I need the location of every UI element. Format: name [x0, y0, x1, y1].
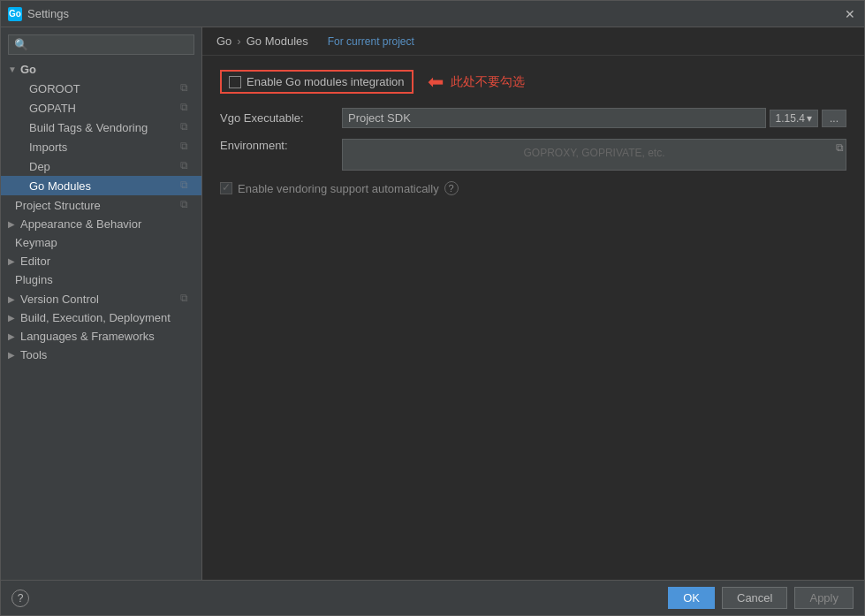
- chevron-right-icon: ▶: [8, 294, 20, 304]
- sidebar-item-editor[interactable]: ▶ Editor: [1, 252, 201, 270]
- enable-checkbox-box: Enable Go modules integration: [220, 70, 414, 94]
- sidebar-item-go-modules[interactable]: Go Modules ⧉: [1, 176, 201, 195]
- title-bar-left: Go Settings: [8, 7, 69, 21]
- bottom-bar: ? OK Cancel Apply: [1, 580, 864, 615]
- env-placeholder: GOPROXY, GOPRIVATE, etc.: [343, 140, 846, 166]
- sidebar-item-build-exec-deploy[interactable]: ▶ Build, Execution, Deployment: [1, 308, 201, 327]
- sidebar-item-project-structure[interactable]: Project Structure ⧉: [1, 195, 201, 215]
- copy-icon: ⧉: [180, 81, 194, 95]
- copy-icon: ⧉: [180, 198, 194, 212]
- apply-button[interactable]: Apply: [794, 587, 854, 609]
- annotation-wrap: ⬅ 此处不要勾选: [428, 71, 525, 94]
- main-panel: Go › Go Modules For current project Enab…: [202, 27, 864, 580]
- chevron-right-icon: ▶: [8, 350, 20, 360]
- enable-checkbox[interactable]: [229, 76, 241, 88]
- breadcrumb-parent: Go: [216, 34, 231, 48]
- vendoring-checkbox: [220, 182, 232, 194]
- sidebar: ▼ Go GOROOT ⧉ GOPATH ⧉ Build Tags & Vend…: [1, 27, 202, 580]
- sidebar-item-imports[interactable]: Imports ⧉: [1, 137, 201, 156]
- sidebar-item-keymap[interactable]: Keymap: [1, 233, 201, 252]
- sidebar-item-appearance-behavior[interactable]: ▶ Appearance & Behavior: [1, 215, 201, 233]
- env-input-wrap: GOPROXY, GOPRIVATE, etc. ⧉: [342, 139, 846, 171]
- help-icon[interactable]: ?: [444, 181, 459, 195]
- vgo-input[interactable]: Project SDK: [342, 108, 766, 128]
- app-icon: Go: [8, 7, 22, 21]
- sidebar-item-gopath[interactable]: GOPATH ⧉: [1, 98, 201, 118]
- copy-icon: ⧉: [180, 140, 194, 154]
- env-row: Environment: GOPROXY, GOPRIVATE, etc. ⧉: [220, 139, 846, 171]
- cancel-button[interactable]: Cancel: [722, 587, 787, 609]
- settings-dialog: Go Settings ✕ ▼ Go GOROOT ⧉ GOPATH ⧉: [0, 0, 865, 616]
- sidebar-item-build-tags[interactable]: Build Tags & Vendoring ⧉: [1, 118, 201, 137]
- bottom-left: ?: [11, 589, 29, 607]
- version-label: 1.15.4: [776, 112, 805, 125]
- breadcrumb-link[interactable]: For current project: [328, 35, 414, 48]
- browse-btn[interactable]: ...: [822, 110, 846, 127]
- vendoring-row: Enable vendoring support automatically ?: [220, 181, 846, 195]
- breadcrumb-current: Go Modules: [247, 34, 308, 48]
- sidebar-item-languages-frameworks[interactable]: ▶ Languages & Frameworks: [1, 327, 201, 346]
- sidebar-item-version-control[interactable]: ▶ Version Control ⧉: [1, 289, 201, 308]
- vgo-row: Vgo Executable: Project SDK 1.15.4 ▾ ...: [220, 108, 846, 128]
- title-bar: Go Settings ✕: [1, 1, 864, 27]
- copy-icon: ⧉: [180, 120, 194, 134]
- copy-icon: ⧉: [180, 101, 194, 115]
- env-label: Environment:: [220, 139, 335, 152]
- copy-icon: ⧉: [180, 179, 194, 193]
- help-button[interactable]: ?: [11, 589, 29, 607]
- vendoring-label: Enable vendoring support automatically: [238, 182, 439, 195]
- env-copy-btn[interactable]: ⧉: [836, 141, 844, 154]
- chevron-down-icon: ▼: [8, 65, 20, 74]
- annotation-text: 此处不要勾选: [451, 74, 525, 90]
- vgo-value-wrap: Project SDK 1.15.4 ▾ ...: [342, 108, 846, 128]
- copy-icon: ⧉: [180, 292, 194, 306]
- chevron-right-icon: ▶: [8, 313, 20, 323]
- vgo-input-value: Project SDK: [348, 111, 411, 125]
- sidebar-item-tools[interactable]: ▶ Tools: [1, 346, 201, 364]
- search-input[interactable]: [8, 34, 194, 55]
- chevron-right-icon: ▶: [8, 331, 20, 341]
- close-button[interactable]: ✕: [843, 7, 857, 21]
- chevron-right-icon: ▶: [8, 219, 20, 229]
- content-area: ▼ Go GOROOT ⧉ GOPATH ⧉ Build Tags & Vend…: [1, 27, 864, 580]
- chevron-down-icon: ▾: [807, 112, 812, 125]
- sidebar-item-goroot[interactable]: GOROOT ⧉: [1, 79, 201, 98]
- enable-label: Enable Go modules integration: [247, 75, 405, 88]
- sidebar-item-go[interactable]: ▼ Go: [1, 60, 201, 79]
- sidebar-item-dep[interactable]: Dep ⧉: [1, 156, 201, 176]
- breadcrumb-separator: ›: [237, 34, 240, 48]
- vgo-label: Vgo Executable:: [220, 111, 335, 125]
- enable-row: Enable Go modules integration ⬅ 此处不要勾选: [220, 70, 846, 94]
- ok-button[interactable]: OK: [668, 587, 715, 609]
- red-arrow-icon: ⬅: [428, 71, 444, 94]
- sidebar-item-plugins[interactable]: Plugins: [1, 270, 201, 289]
- window-title: Settings: [27, 7, 69, 20]
- version-dropdown-btn[interactable]: 1.15.4 ▾: [770, 110, 818, 127]
- copy-icon: ⧉: [180, 159, 194, 173]
- chevron-right-icon: ▶: [8, 256, 20, 266]
- settings-content: Enable Go modules integration ⬅ 此处不要勾选 V…: [202, 56, 864, 580]
- breadcrumb: Go › Go Modules For current project: [202, 27, 864, 56]
- search-wrap: [1, 27, 201, 60]
